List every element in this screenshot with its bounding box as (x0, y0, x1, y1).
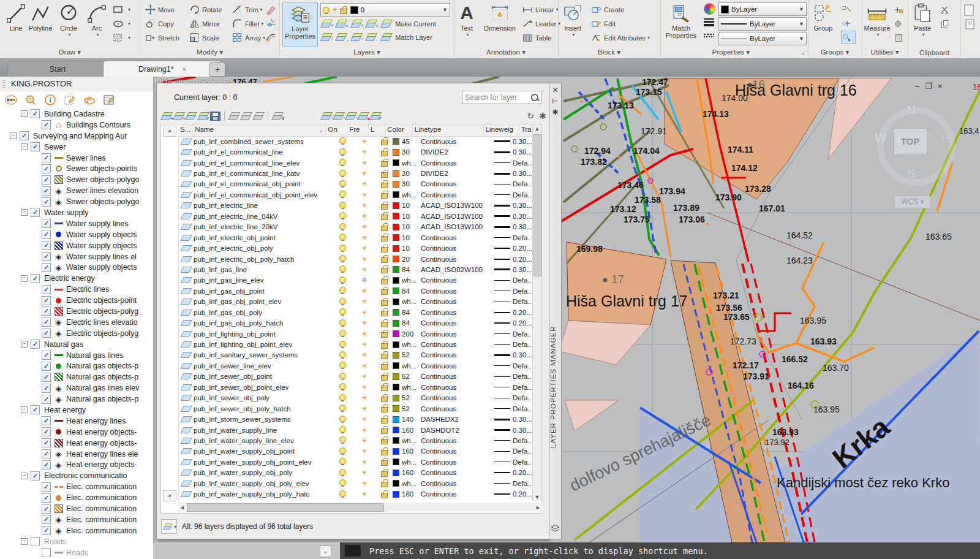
tree-checkbox[interactable]: ✓ (42, 482, 51, 492)
linetype-value[interactable]: Continuous (421, 384, 494, 391)
unlock-icon[interactable] (381, 364, 388, 370)
tree-item[interactable]: ✓◈Elec. communication (0, 525, 153, 536)
layer-name[interactable]: pub_inf_sanitary_sewer_systems (194, 351, 331, 359)
thaw-sun-icon[interactable]: ☀ (361, 330, 368, 338)
color-swatch[interactable] (393, 470, 399, 476)
linetype-value[interactable]: Continuous (421, 469, 494, 476)
tree-item[interactable]: ✓◈Heat energy lines ele (0, 449, 153, 460)
polyline-button[interactable]: Polyline (26, 2, 55, 46)
unlock-icon[interactable] (381, 450, 388, 455)
refresh-layer-icon[interactable]: * (345, 111, 356, 121)
layer-name[interactable]: pub_inf_electric_line_04kV (194, 213, 331, 220)
expander-icon[interactable]: − (21, 406, 28, 413)
bulb-on-icon[interactable] (339, 383, 346, 390)
unlock-icon[interactable] (381, 407, 388, 413)
layer-name[interactable]: pub_inf_water_supply_line (194, 427, 331, 434)
palette-title-bar[interactable]: ✕ ⊢ ✱ LAYER PROPERTIES MANAGER (549, 83, 562, 539)
linetype-value[interactable]: Continuous (421, 362, 494, 370)
lineweight-value[interactable]: 0.20... (513, 490, 532, 498)
expander-icon[interactable]: − (21, 341, 28, 348)
bulb-on-icon[interactable] (339, 330, 346, 337)
thaw-all-layers-icon[interactable]: , (336, 32, 347, 42)
leader-button[interactable]: Leader▾ (522, 17, 560, 31)
unlock-icon[interactable] (381, 375, 388, 381)
bulb-on-icon[interactable] (339, 148, 346, 155)
thaw-sun-icon[interactable]: ☀ (361, 383, 368, 392)
tree-item[interactable]: ✓⌂Buildings Contours (0, 120, 153, 131)
layer-row[interactable]: pub_inf_lighting_obj_point_elev☀wh...Con… (178, 339, 533, 349)
thaw-sun-icon[interactable]: ☀ (361, 265, 368, 274)
lineweight-value[interactable]: Defa... (513, 287, 533, 295)
mirror-button[interactable]: Mirror (189, 17, 220, 31)
info-icon[interactable]: i (44, 94, 56, 106)
layer-name[interactable]: pub_inf_el_communicat_obj_point (194, 180, 331, 188)
lineweight-value[interactable]: Defa... (513, 362, 533, 370)
tree-item[interactable]: ✓Heat energy objects- (0, 438, 153, 449)
tree-checkbox[interactable]: ✓ (42, 263, 51, 272)
linetype-value[interactable]: Continuous (421, 138, 494, 145)
quick-select-button[interactable] (894, 2, 906, 17)
thaw-sun-icon[interactable]: ☀ (361, 287, 368, 295)
expander-icon[interactable]: − (21, 110, 28, 117)
unlock-icon[interactable] (381, 322, 388, 327)
expander-icon[interactable]: − (10, 132, 17, 139)
viewcube-top-button[interactable]: TOP (893, 128, 927, 155)
bulb-on-icon[interactable] (339, 159, 346, 165)
bulb-on-icon[interactable] (339, 394, 346, 401)
copy-clip-button[interactable] (940, 17, 952, 31)
layer-name[interactable]: pub_inf_gas_line (194, 266, 331, 273)
match-properties-button[interactable]: Match Properties (662, 2, 700, 46)
color-swatch[interactable] (393, 458, 399, 465)
tree-checkbox[interactable]: ✓ (42, 285, 51, 294)
color-swatch[interactable] (393, 384, 399, 390)
layer-name[interactable]: pub_inf_lighting_obj_point_elev (194, 341, 331, 348)
layer-name[interactable]: pub_inf_gas_obj_point_elev (194, 298, 331, 305)
layer-name[interactable]: pub_inf_combined_sewer_systems (194, 138, 331, 145)
layer-row[interactable]: pub_inf_water_supply_line_elev☀wh...Cont… (178, 435, 533, 446)
lineweight-value[interactable]: Defa... (513, 298, 533, 305)
horizontal-scrollbar[interactable]: ◄► (178, 503, 542, 512)
refresh-icon[interactable]: ↻ (527, 111, 535, 121)
linetype-value[interactable]: ACAD_ISO13W100 (421, 202, 494, 209)
layer-name[interactable]: pub_inf_sewer_obj_point (194, 373, 331, 380)
lineweight-value[interactable]: Defa... (513, 458, 533, 466)
tree-item[interactable]: ✓Elec. communication (0, 481, 153, 492)
bulb-on-icon[interactable] (339, 469, 346, 476)
color-swatch[interactable] (393, 299, 399, 305)
thaw-sun-icon[interactable]: ☀ (361, 426, 368, 435)
viewcube-east[interactable]: E (941, 131, 949, 145)
linetype-value[interactable]: Continuous (421, 159, 494, 167)
tree-checkbox[interactable]: ✓ (31, 405, 40, 414)
linetype-value[interactable]: Continuous (421, 180, 494, 188)
thaw-sun-icon[interactable]: ☀ (361, 436, 368, 445)
linetype-icon[interactable] (704, 32, 714, 39)
layer-row[interactable]: pub_inf_electric_obj_point☀10ContinuousD… (178, 232, 533, 243)
palette-pin-icon[interactable]: ⊢ (551, 97, 560, 105)
layer-name[interactable]: pub_inf_sewer_line_elev (194, 362, 331, 370)
lineweight-value[interactable]: Defa... (513, 437, 533, 444)
modify-panel-label[interactable]: Modify ▾ (140, 48, 279, 56)
unlock-icon[interactable] (381, 151, 388, 156)
lineweight-value[interactable]: 0.20... (513, 319, 532, 327)
edit-region-icon[interactable] (64, 94, 76, 106)
color-swatch[interactable] (393, 245, 399, 252)
erase-button[interactable] (265, 2, 279, 17)
make-current-button[interactable]: Make Current (395, 20, 436, 28)
tree-item[interactable]: ✓◈Water supply lines el (0, 251, 153, 262)
color-wheel-icon[interactable] (704, 3, 715, 15)
minimize-icon[interactable]: – (915, 82, 925, 91)
unlock-icon[interactable] (381, 311, 388, 316)
tree-checkbox[interactable]: ✓ (42, 306, 51, 316)
unlock-icon[interactable] (381, 172, 388, 178)
unlock-icon[interactable] (381, 428, 388, 434)
linetype-value[interactable]: ACAD_ISO13W100 (421, 223, 494, 230)
layer-row[interactable]: pub_inf_water_supply_obj_poly_hatc☀160Co… (178, 489, 533, 499)
command-line[interactable]: Press ESC or ENTER to exit, or right-cli… (340, 542, 980, 559)
group-edit-button[interactable] (841, 17, 854, 31)
layer-row[interactable]: pub_inf_water_supply_line☀160DASHDOT20.3… (178, 425, 533, 435)
lineweight-value[interactable]: 0.30... (513, 138, 532, 145)
expand-filter-tree-button[interactable]: » (163, 126, 176, 137)
tree-item[interactable]: −Roads (0, 536, 153, 547)
filter-icon[interactable]: ▾ (161, 519, 177, 534)
hscroll-thumb[interactable] (187, 503, 384, 512)
